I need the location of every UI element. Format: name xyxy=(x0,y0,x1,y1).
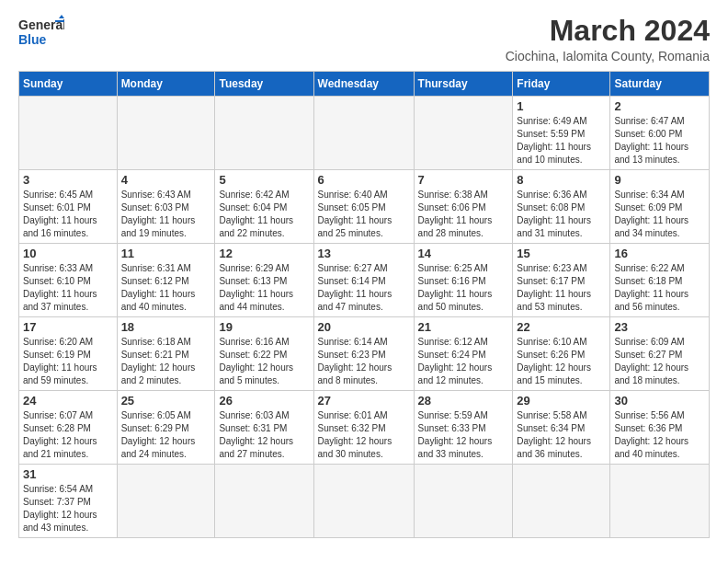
calendar-cell: 12Sunrise: 6:29 AM Sunset: 6:13 PM Dayli… xyxy=(215,244,313,317)
day-info: Sunrise: 6:36 AM Sunset: 6:08 PM Dayligh… xyxy=(517,189,606,240)
calendar-cell: 8Sunrise: 6:36 AM Sunset: 6:08 PM Daylig… xyxy=(513,170,610,244)
calendar-cell xyxy=(117,465,215,538)
day-info: Sunrise: 6:01 AM Sunset: 6:32 PM Dayligh… xyxy=(318,409,410,461)
calendar-cell xyxy=(610,465,710,538)
calendar-cell xyxy=(414,97,513,170)
day-number: 5 xyxy=(219,173,309,187)
day-info: Sunrise: 6:47 AM Sunset: 6:00 PM Dayligh… xyxy=(614,115,705,167)
col-wednesday: Wednesday xyxy=(313,72,414,97)
month-year: March 2024 xyxy=(506,15,710,47)
calendar-cell: 17Sunrise: 6:20 AM Sunset: 6:19 PM Dayli… xyxy=(19,317,118,391)
day-number: 18 xyxy=(121,320,211,334)
calendar-cell: 9Sunrise: 6:34 AM Sunset: 6:09 PM Daylig… xyxy=(610,170,710,244)
calendar-cell: 29Sunrise: 5:58 AM Sunset: 6:34 PM Dayli… xyxy=(513,391,610,465)
calendar-table: Sunday Monday Tuesday Wednesday Thursday… xyxy=(18,71,710,538)
day-info: Sunrise: 6:25 AM Sunset: 6:16 PM Dayligh… xyxy=(418,262,509,314)
calendar-cell: 6Sunrise: 6:40 AM Sunset: 6:05 PM Daylig… xyxy=(313,170,414,244)
calendar-cell xyxy=(117,97,215,170)
calendar-cell xyxy=(215,465,313,538)
title-block: March 2024 Ciochina, Ialomita County, Ro… xyxy=(506,15,710,63)
day-info: Sunrise: 6:14 AM Sunset: 6:23 PM Dayligh… xyxy=(318,336,410,387)
day-info: Sunrise: 6:05 AM Sunset: 6:29 PM Dayligh… xyxy=(121,409,211,461)
calendar-cell: 31Sunrise: 6:54 AM Sunset: 7:37 PM Dayli… xyxy=(19,465,118,538)
calendar-cell xyxy=(313,465,414,538)
day-info: Sunrise: 6:54 AM Sunset: 7:37 PM Dayligh… xyxy=(23,483,113,534)
day-number: 13 xyxy=(318,247,410,260)
calendar-cell: 4Sunrise: 6:43 AM Sunset: 6:03 PM Daylig… xyxy=(117,170,215,244)
day-number: 6 xyxy=(318,173,410,187)
day-number: 27 xyxy=(318,394,410,408)
day-info: Sunrise: 6:29 AM Sunset: 6:13 PM Dayligh… xyxy=(219,262,309,314)
day-number: 21 xyxy=(418,320,509,334)
calendar-cell: 1Sunrise: 6:49 AM Sunset: 5:59 PM Daylig… xyxy=(513,97,610,170)
calendar-week-row: 31Sunrise: 6:54 AM Sunset: 7:37 PM Dayli… xyxy=(19,465,710,538)
svg-rect-3 xyxy=(55,20,64,22)
day-number: 12 xyxy=(219,247,309,260)
calendar-cell: 28Sunrise: 5:59 AM Sunset: 6:33 PM Dayli… xyxy=(414,391,513,465)
svg-text:General: General xyxy=(18,17,64,32)
day-number: 26 xyxy=(219,394,309,408)
day-info: Sunrise: 6:38 AM Sunset: 6:06 PM Dayligh… xyxy=(418,189,509,240)
day-info: Sunrise: 5:59 AM Sunset: 6:33 PM Dayligh… xyxy=(418,409,509,461)
calendar-cell: 3Sunrise: 6:45 AM Sunset: 6:01 PM Daylig… xyxy=(19,170,118,244)
calendar-cell: 15Sunrise: 6:23 AM Sunset: 6:17 PM Dayli… xyxy=(513,244,610,317)
calendar-header-row: Sunday Monday Tuesday Wednesday Thursday… xyxy=(19,72,710,97)
day-number: 25 xyxy=(121,394,211,408)
day-info: Sunrise: 6:27 AM Sunset: 6:14 PM Dayligh… xyxy=(318,262,410,314)
calendar-week-row: 1Sunrise: 6:49 AM Sunset: 5:59 PM Daylig… xyxy=(19,97,710,170)
calendar-cell: 20Sunrise: 6:14 AM Sunset: 6:23 PM Dayli… xyxy=(313,317,414,391)
day-number: 2 xyxy=(614,99,705,113)
calendar-cell xyxy=(215,97,313,170)
day-info: Sunrise: 6:40 AM Sunset: 6:05 PM Dayligh… xyxy=(318,189,410,240)
day-number: 14 xyxy=(418,247,509,260)
day-number: 23 xyxy=(614,320,705,334)
calendar-cell xyxy=(513,465,610,538)
calendar-week-row: 3Sunrise: 6:45 AM Sunset: 6:01 PM Daylig… xyxy=(19,170,710,244)
calendar-cell: 11Sunrise: 6:31 AM Sunset: 6:12 PM Dayli… xyxy=(117,244,215,317)
day-number: 10 xyxy=(23,247,113,260)
svg-text:Blue: Blue xyxy=(18,32,47,47)
day-number: 3 xyxy=(23,173,113,187)
calendar-cell: 26Sunrise: 6:03 AM Sunset: 6:31 PM Dayli… xyxy=(215,391,313,465)
day-number: 24 xyxy=(23,394,113,408)
col-thursday: Thursday xyxy=(414,72,513,97)
day-info: Sunrise: 6:22 AM Sunset: 6:18 PM Dayligh… xyxy=(614,262,705,314)
day-info: Sunrise: 6:18 AM Sunset: 6:21 PM Dayligh… xyxy=(121,336,211,387)
calendar-cell: 30Sunrise: 5:56 AM Sunset: 6:36 PM Dayli… xyxy=(610,391,710,465)
calendar-week-row: 17Sunrise: 6:20 AM Sunset: 6:19 PM Dayli… xyxy=(19,317,710,391)
day-info: Sunrise: 6:07 AM Sunset: 6:28 PM Dayligh… xyxy=(23,409,113,461)
day-number: 7 xyxy=(418,173,509,187)
day-info: Sunrise: 6:03 AM Sunset: 6:31 PM Dayligh… xyxy=(219,409,309,461)
calendar-cell: 14Sunrise: 6:25 AM Sunset: 6:16 PM Dayli… xyxy=(414,244,513,317)
day-info: Sunrise: 6:49 AM Sunset: 5:59 PM Dayligh… xyxy=(517,115,606,167)
day-info: Sunrise: 6:12 AM Sunset: 6:24 PM Dayligh… xyxy=(418,336,509,387)
col-friday: Friday xyxy=(513,72,610,97)
day-info: Sunrise: 6:42 AM Sunset: 6:04 PM Dayligh… xyxy=(219,189,309,240)
calendar-cell: 21Sunrise: 6:12 AM Sunset: 6:24 PM Dayli… xyxy=(414,317,513,391)
calendar-cell: 23Sunrise: 6:09 AM Sunset: 6:27 PM Dayli… xyxy=(610,317,710,391)
day-number: 11 xyxy=(121,247,211,260)
col-saturday: Saturday xyxy=(610,72,710,97)
calendar-cell: 27Sunrise: 6:01 AM Sunset: 6:32 PM Dayli… xyxy=(313,391,414,465)
calendar-cell: 18Sunrise: 6:18 AM Sunset: 6:21 PM Dayli… xyxy=(117,317,215,391)
day-number: 8 xyxy=(517,173,606,187)
calendar-cell: 7Sunrise: 6:38 AM Sunset: 6:06 PM Daylig… xyxy=(414,170,513,244)
calendar-cell: 10Sunrise: 6:33 AM Sunset: 6:10 PM Dayli… xyxy=(19,244,118,317)
calendar-cell: 25Sunrise: 6:05 AM Sunset: 6:29 PM Dayli… xyxy=(117,391,215,465)
day-info: Sunrise: 6:23 AM Sunset: 6:17 PM Dayligh… xyxy=(517,262,606,314)
calendar-cell xyxy=(313,97,414,170)
calendar-page: General Blue March 2024 Ciochina, Ialomi… xyxy=(0,0,728,553)
day-number: 20 xyxy=(318,320,410,334)
calendar-cell: 16Sunrise: 6:22 AM Sunset: 6:18 PM Dayli… xyxy=(610,244,710,317)
day-number: 16 xyxy=(614,247,705,260)
calendar-week-row: 24Sunrise: 6:07 AM Sunset: 6:28 PM Dayli… xyxy=(19,391,710,465)
day-info: Sunrise: 6:43 AM Sunset: 6:03 PM Dayligh… xyxy=(121,189,211,240)
day-number: 29 xyxy=(517,394,606,408)
calendar-cell: 2Sunrise: 6:47 AM Sunset: 6:00 PM Daylig… xyxy=(610,97,710,170)
day-info: Sunrise: 6:09 AM Sunset: 6:27 PM Dayligh… xyxy=(614,336,705,387)
calendar-cell xyxy=(414,465,513,538)
location: Ciochina, Ialomita County, Romania xyxy=(506,49,710,63)
day-number: 30 xyxy=(614,394,705,408)
day-number: 28 xyxy=(418,394,509,408)
day-info: Sunrise: 6:20 AM Sunset: 6:19 PM Dayligh… xyxy=(23,336,113,387)
